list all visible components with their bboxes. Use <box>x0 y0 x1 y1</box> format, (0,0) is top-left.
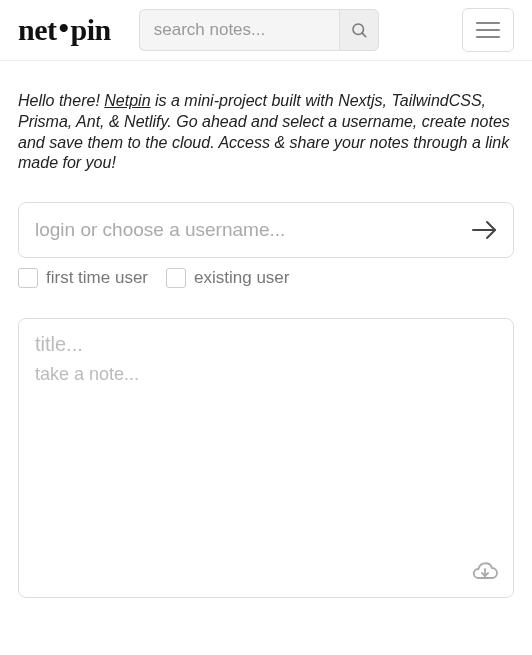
submit-button[interactable] <box>457 202 513 258</box>
arrow-right-icon <box>470 218 500 242</box>
save-to-cloud-button[interactable] <box>471 560 499 585</box>
logo-right: pin <box>71 13 111 47</box>
existing-label: existing user <box>194 268 289 288</box>
checkbox-existing[interactable] <box>166 268 186 288</box>
first-time-label: first time user <box>46 268 148 288</box>
logo: net • pin <box>18 13 111 47</box>
search-group <box>139 9 379 51</box>
main-content: Hello there! Netpin is a mini-project bu… <box>0 61 532 616</box>
username-input[interactable] <box>19 203 457 257</box>
login-block: first time user existing user <box>18 202 514 288</box>
search-input[interactable] <box>139 9 339 51</box>
search-button[interactable] <box>339 9 379 51</box>
checkbox-first[interactable] <box>18 268 38 288</box>
cloud-download-icon <box>471 560 499 582</box>
intro-greeting: Hello there! <box>18 92 100 109</box>
logo-left: net <box>18 13 57 47</box>
intro-link[interactable]: Netpin <box>104 92 150 109</box>
menu-button[interactable] <box>462 8 514 52</box>
note-body-input[interactable] <box>35 364 497 583</box>
user-type-checks: first time user existing user <box>18 268 514 288</box>
note-title-input[interactable] <box>35 333 497 356</box>
existing-user-option[interactable]: existing user <box>166 268 289 288</box>
note-card <box>18 318 514 598</box>
search-icon <box>350 21 368 39</box>
first-time-user-option[interactable]: first time user <box>18 268 148 288</box>
header: net • pin <box>0 0 532 61</box>
svg-line-1 <box>362 33 366 37</box>
login-row <box>18 202 514 258</box>
intro-text: Hello there! Netpin is a mini-project bu… <box>18 91 514 174</box>
hamburger-icon <box>475 20 501 40</box>
